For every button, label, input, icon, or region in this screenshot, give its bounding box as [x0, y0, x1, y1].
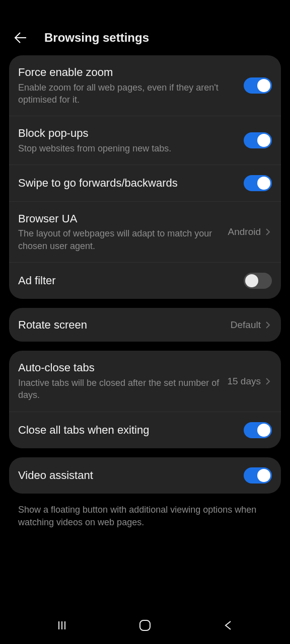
ad-filter-toggle[interactable] [244, 273, 272, 289]
settings-group-1: Force enable zoom Enable zoom for all we… [9, 55, 281, 299]
video-assistant-title: Video assistant [18, 468, 239, 482]
page-title: Browsing settings [44, 31, 149, 45]
recents-button[interactable] [47, 615, 77, 635]
rotate-screen-row[interactable]: Rotate screen Default [9, 308, 281, 342]
video-assistant-toggle[interactable] [244, 467, 272, 484]
auto-close-tabs-sub: Inactive tabs will be closed after the s… [18, 377, 222, 401]
swipe-nav-toggle[interactable] [244, 175, 272, 191]
video-assistant-row[interactable]: Video assistant [9, 457, 281, 494]
block-popups-title: Block pop-ups [18, 126, 239, 140]
settings-group-3: Auto-close tabs Inactive tabs will be cl… [9, 351, 281, 448]
settings-content: Force enable zoom Enable zoom for all we… [0, 55, 290, 611]
home-button[interactable] [130, 615, 160, 635]
browser-ua-row[interactable]: Browser UA The layout of webpages will a… [9, 201, 281, 262]
swipe-nav-title: Swipe to go forwards/backwards [18, 176, 239, 190]
auto-close-tabs-value: 15 days [227, 376, 261, 387]
svg-rect-4 [140, 620, 150, 630]
ad-filter-title: Ad filter [18, 274, 239, 288]
system-navbar [0, 611, 290, 644]
ad-filter-row[interactable]: Ad filter [9, 262, 281, 299]
force-enable-zoom-row[interactable]: Force enable zoom Enable zoom for all we… [9, 55, 281, 116]
close-all-tabs-title: Close all tabs when exiting [18, 423, 239, 437]
rotate-screen-value: Default [231, 319, 261, 331]
chevron-right-icon [264, 228, 272, 236]
force-enable-zoom-title: Force enable zoom [18, 65, 239, 79]
browser-ua-value: Android [228, 226, 261, 237]
settings-group-4: Video assistant [9, 457, 281, 494]
chevron-right-icon [264, 377, 272, 385]
block-popups-toggle[interactable] [244, 132, 272, 148]
force-enable-zoom-sub: Enable zoom for all web pages, even if t… [18, 82, 239, 106]
block-popups-row[interactable]: Block pop-ups Stop websites from opening… [9, 116, 281, 165]
close-all-tabs-row[interactable]: Close all tabs when exiting [9, 412, 281, 448]
browser-ua-title: Browser UA [18, 212, 223, 226]
header: Browsing settings [0, 20, 290, 55]
auto-close-tabs-row[interactable]: Auto-close tabs Inactive tabs will be cl… [9, 351, 281, 411]
force-enable-zoom-toggle[interactable] [244, 77, 272, 94]
auto-close-tabs-title: Auto-close tabs [18, 361, 222, 375]
settings-group-2: Rotate screen Default [9, 308, 281, 342]
back-nav-button[interactable] [213, 615, 243, 635]
block-popups-sub: Stop websites from opening new tabs. [18, 142, 239, 154]
chevron-right-icon [264, 321, 272, 329]
video-assistant-footer: Show a floating button with additional v… [9, 503, 281, 539]
browser-ua-sub: The layout of webpages will adapt to mat… [18, 227, 223, 252]
rotate-screen-title: Rotate screen [18, 318, 226, 332]
swipe-nav-row[interactable]: Swipe to go forwards/backwards [9, 165, 281, 201]
back-button[interactable] [12, 29, 29, 46]
close-all-tabs-toggle[interactable] [244, 422, 272, 438]
